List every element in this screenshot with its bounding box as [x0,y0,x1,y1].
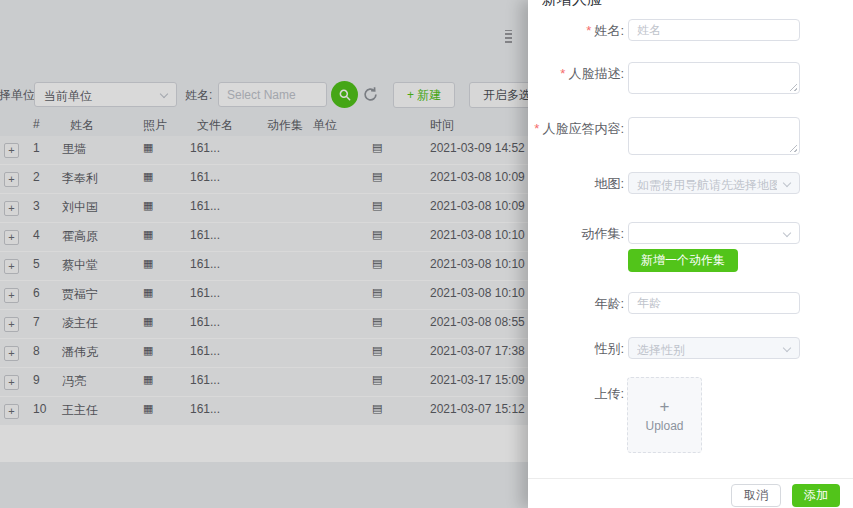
action-set-select[interactable] [628,222,800,244]
app-screen: 选择单位: 当前单位 姓名: + 新建 开启多选 [0,0,853,508]
chevron-down-icon [783,179,791,187]
plus-icon: + [660,398,670,415]
add-confirm-button[interactable]: 添加 [792,484,840,507]
required-asterisk: * [534,121,539,136]
chevron-down-icon [783,344,791,352]
add-face-drawer: 新增人脸 *姓名: *人脸描述: *人脸应答内容: 地图: 如需使 [528,0,853,508]
face-desc-label: *人脸描述: [528,65,624,83]
action-set-label: 动作集: [528,225,624,243]
drawer-footer: 取消 添加 [731,484,840,507]
map-label: 地图: [528,175,624,193]
gender-label: 性别: [528,340,624,358]
add-action-set-button[interactable]: 新增一个动作集 [628,249,738,272]
cancel-button[interactable]: 取消 [731,484,781,507]
age-field [628,292,800,314]
gender-select-placeholder: 选择性别 [637,342,685,359]
face-reply-textarea[interactable] [628,117,800,155]
chevron-down-icon [783,229,791,237]
required-asterisk: * [560,66,565,81]
gender-select[interactable]: 选择性别 [628,337,800,359]
map-select-placeholder: 如需使用导航请先选择地图 [637,177,777,194]
name-label: *姓名: [528,22,624,40]
drawer-title: 新增人脸 [542,0,602,9]
face-list-page: 选择单位: 当前单位 姓名: + 新建 开启多选 [0,0,528,508]
face-reply-label: *人脸应答内容: [528,120,624,138]
face-desc-textarea[interactable] [628,62,800,94]
required-asterisk: * [586,23,591,38]
resize-grip-icon[interactable] [789,144,797,152]
upload-text: Upload [645,419,683,433]
drawer-overlay-mask[interactable] [0,0,528,508]
upload-dropzone[interactable]: + Upload [627,377,702,453]
upload-label: 上传: [528,385,624,403]
name-field [628,19,800,41]
age-label: 年龄: [528,295,624,313]
resize-grip-icon[interactable] [789,83,797,91]
name-input[interactable] [629,20,799,40]
footer-divider [528,478,853,479]
age-input[interactable] [629,293,799,313]
map-select[interactable]: 如需使用导航请先选择地图 [628,172,800,194]
